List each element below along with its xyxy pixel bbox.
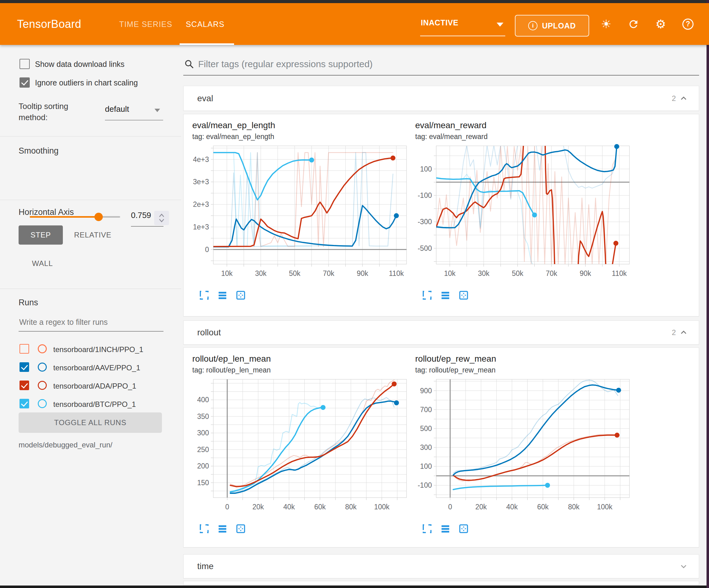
section-header-eval[interactable]: eval 2 [183,86,699,111]
svg-text:90k: 90k [357,270,368,277]
tab-scalars[interactable]: SCALARS [186,20,225,28]
svg-text:100: 100 [420,165,432,173]
show-download-links-checkbox[interactable] [20,59,30,69]
run-checkbox[interactable] [20,381,29,390]
svg-text:4e+3: 4e+3 [193,155,209,163]
line-chart[interactable]: 10k30k50k70k90k110k01e+32e+33e+34e+3 [192,143,409,289]
upload-button[interactable]: i UPLOAD [515,15,589,36]
divider [0,200,181,200]
fit-to-data-icon[interactable] [458,523,469,534]
run-row-btc[interactable]: tensorboard/BTC/PPO_1 [0,397,181,412]
svg-text:70k: 70k [323,270,335,277]
runs-directory-label: models/debugged_eval_run/ [19,441,112,449]
svg-text:0: 0 [226,503,230,511]
svg-text:-100: -100 [418,481,432,489]
brightness-icon[interactable]: ☀ [600,18,612,30]
rollout-charts-card: rollout/ep_len_mean tag: rollout/ep_len_… [183,348,699,547]
svg-text:300: 300 [420,443,432,452]
expand-chart-icon[interactable] [422,523,432,534]
axis-relative-button[interactable]: RELATIVE [72,225,114,245]
smoothing-stepper[interactable] [154,211,169,225]
expand-chart-icon[interactable] [199,523,209,534]
run-color-circle[interactable] [38,363,47,372]
svg-text:60k: 60k [314,503,326,511]
run-color-circle[interactable] [38,344,47,353]
run-label: tensorboard/AAVE/PPO_1 [53,363,140,372]
app-header: TensorBoard TIME SERIES SCALARS INACTIVE… [0,3,709,45]
svg-text:200: 200 [197,462,209,470]
tooltip-sorting-select[interactable]: default [105,104,163,114]
chart-eval-mean-reward: eval/mean_reward tag: eval/mean_reward 1… [415,121,632,300]
smoothing-label: Smoothing [19,146,58,156]
svg-text:110k: 110k [612,270,627,277]
svg-text:100k: 100k [374,503,390,511]
svg-text:110k: 110k [389,270,404,277]
expand-chart-icon[interactable] [422,290,432,300]
fit-to-data-icon[interactable] [236,523,246,534]
tab-time-series[interactable]: TIME SERIES [119,20,173,28]
refresh-icon[interactable] [627,18,640,30]
tag-filter-input[interactable] [198,59,699,69]
next-section-card-sliver [183,581,699,586]
tooltip-sorting-label: Tooltip sorting method: [19,101,96,123]
chevron-down-icon[interactable] [680,562,688,570]
run-row-1inch[interactable]: tensorboard/1INCH/PPO_1 [0,341,181,357]
svg-text:700: 700 [420,406,432,414]
flatten-axes-icon[interactable] [217,523,228,534]
svg-text:10k: 10k [444,270,456,277]
svg-text:-100: -100 [418,191,432,199]
run-checkbox[interactable] [20,344,29,354]
svg-text:0: 0 [205,246,209,254]
divider [0,288,181,289]
line-chart[interactable]: 020k40k60k80k100k150200250300350400 [192,377,409,522]
fit-to-data-icon[interactable] [236,290,246,300]
run-color-circle[interactable] [38,399,47,408]
svg-text:90k: 90k [580,270,592,277]
section-name: eval [197,94,213,103]
svg-text:30k: 30k [478,270,490,277]
chevron-up-icon[interactable] [680,95,688,102]
run-row-aave[interactable]: tensorboard/AAVE/PPO_1 [0,360,181,375]
smoothing-slider-knob[interactable] [95,213,103,221]
line-chart[interactable]: 020k40k60k80k100k-100100300500700900 [415,377,632,522]
expand-chart-icon[interactable] [199,290,209,300]
fit-to-data-icon[interactable] [458,290,469,300]
horizontal-axis-label: Horizontal Axis [19,207,74,217]
axis-step-button[interactable]: STEP [19,225,63,245]
axis-wall-button[interactable]: WALL [25,254,59,273]
run-checkbox[interactable] [20,399,29,408]
smoothing-value[interactable]: 0.759 [131,210,153,220]
run-color-circle[interactable] [38,381,47,390]
upload-button-label: UPLOAD [542,21,576,30]
run-row-ada[interactable]: tensorboard/ADA/PPO_1 [0,378,181,393]
section-header-rollout[interactable]: rollout 2 [183,321,699,344]
runs-filter-input[interactable] [19,316,163,332]
flatten-axes-icon[interactable] [440,523,450,534]
chart-eval-mean-ep-length: eval/mean_ep_length tag: eval/mean_ep_le… [192,121,409,300]
chart-tag: tag: rollout/ep_rew_mean [415,366,632,374]
run-checkbox[interactable] [20,362,29,372]
chart-toolbar [415,290,632,300]
svg-text:0: 0 [448,503,452,511]
chevron-up-icon[interactable] [680,329,688,337]
tensorboard-app: TensorBoard TIME SERIES SCALARS INACTIVE… [0,0,709,588]
chart-toolbar [415,523,632,534]
help-icon[interactable]: ? [682,18,694,30]
status-dropdown[interactable]: INACTIVE [420,14,505,36]
tag-filter [183,53,699,76]
flatten-axes-icon[interactable] [217,290,228,300]
settings-gear-icon[interactable]: ⚙ [655,18,667,30]
section-header-time[interactable]: time [183,554,699,579]
svg-text:3e+3: 3e+3 [193,178,209,186]
ignore-outliers-checkbox[interactable] [20,77,30,87]
flatten-axes-icon[interactable] [440,290,450,300]
svg-text:350: 350 [197,412,209,420]
svg-text:50k: 50k [512,270,524,277]
svg-text:60k: 60k [537,503,549,511]
section-name: rollout [197,328,221,337]
toggle-all-runs-button[interactable]: TOGGLE ALL RUNS [19,412,162,433]
browser-top-strip [0,0,709,3]
svg-text:500: 500 [420,425,432,433]
smoothing-value-underline [131,226,163,227]
line-chart[interactable]: 10k30k50k70k90k110k100-100-300-500 [415,143,632,289]
